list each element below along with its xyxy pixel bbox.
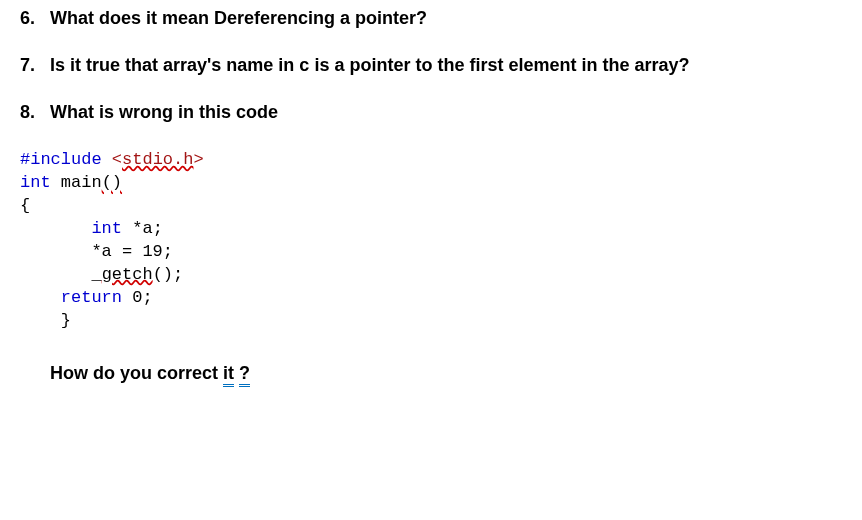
int-keyword: int [20,173,51,192]
code-main-line: int main() [20,172,842,195]
int-keyword-2: int [20,219,122,238]
question-number-6: 6. [20,8,50,29]
question-number-7: 7. [20,55,50,76]
code-decl-line: int *a; [20,218,842,241]
getch-pre: _ [20,265,102,284]
code-include-line: #include <stdio.h> [20,149,842,172]
question-text-7: Is it true that array's name in c is a p… [50,55,842,76]
question-number-8: 8. [20,102,50,123]
include-open: < [102,150,122,169]
decl-rest: *a; [122,219,163,238]
followup-qmark: ? [239,363,250,387]
getch-name: getch [102,265,153,284]
main-name: main [51,173,102,192]
return-val: 0; [122,288,153,307]
question-text-8: What is wrong in this code [50,102,842,123]
main-parens: () [102,173,122,192]
code-assign-line: *a = 19; [20,241,842,264]
code-block: #include <stdio.h> int main() { int *a; … [20,149,842,333]
code-brace-close: } [20,310,842,333]
question-6: 6. What does it mean Dereferencing a poi… [20,8,842,29]
followup-prefix: How do you correct [50,363,223,383]
question-text-6: What does it mean Dereferencing a pointe… [50,8,842,29]
code-brace-open: { [20,195,842,218]
code-getch-line: _getch(); [20,264,842,287]
question-8: 8. What is wrong in this code [20,102,842,123]
followup-it: it [223,363,234,387]
return-indent [20,288,61,307]
return-keyword: return [61,288,122,307]
include-keyword: #include [20,150,102,169]
include-file: stdio.h [122,150,193,169]
include-close: > [193,150,203,169]
question-7: 7. Is it true that array's name in c is … [20,55,842,76]
code-return-line: return 0; [20,287,842,310]
followup-question: How do you correct it ? [50,363,842,384]
getch-post: (); [153,265,184,284]
